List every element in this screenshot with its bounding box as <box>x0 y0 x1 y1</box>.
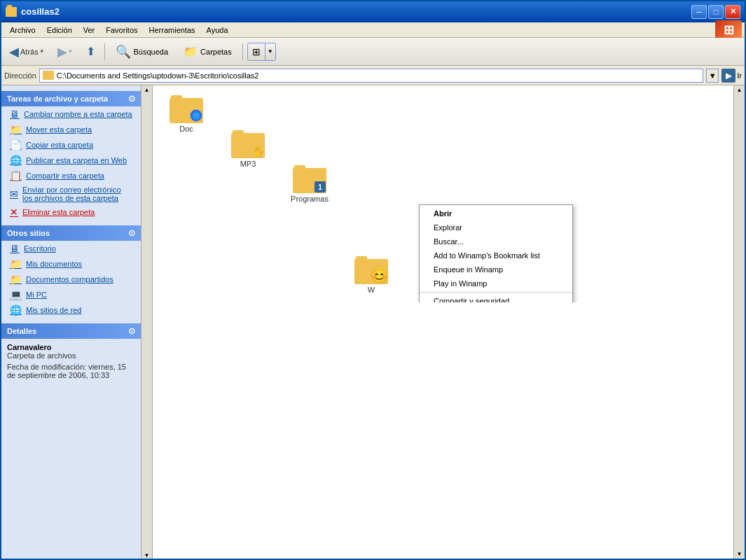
main-content: Tareas de archivo y carpeta ⊙ 🖥 Cambiar … <box>1 85 745 559</box>
address-input[interactable]: C:\Documents and Settings\uptodown-3\Esc… <box>39 69 703 83</box>
toolbar: ◀ Atrás ▼ ▶ ▼ ⬆ 🔍 Búsqueda 📁 Carpetas ⊞ … <box>1 38 745 66</box>
menu-archivo[interactable]: Archivo <box>4 24 41 36</box>
sidebar-mis-sitios[interactable]: 🌐 Mis sitios de red <box>1 302 141 318</box>
desktop-icon: 🖥 <box>10 243 20 254</box>
computer-icon: 💻 <box>10 289 22 300</box>
file-doc-label: Doc <box>179 125 193 133</box>
minimize-button[interactable]: ─ <box>691 5 707 19</box>
menu-favoritos[interactable]: Favoritos <box>100 24 143 36</box>
go-button-label[interactable]: Ir <box>737 71 742 80</box>
sidebar-task-copy-label: Copiar esta carpeta <box>26 141 93 149</box>
folders-label: Carpetas <box>200 48 232 56</box>
sidebar-mis-documentos-label: Mis documentos <box>26 260 82 268</box>
other-header-label: Otros sitios <box>7 229 50 237</box>
email-icon: ✉ <box>10 188 18 200</box>
window-icon <box>6 7 17 17</box>
details-name: Carnavalero <box>7 343 135 351</box>
cm-explorar[interactable]: Explorar <box>420 220 572 234</box>
other-collapse-icon: ⊙ <box>128 228 135 238</box>
sidebar-documentos-compartidos[interactable]: 📁 Documentos compartidos <box>1 272 141 287</box>
view-dropdown-arrow[interactable]: ▼ <box>265 43 275 60</box>
cm-winamp-bookmark[interactable]: Add to Winamp's Bookmark list <box>420 248 572 262</box>
publish-icon: 🌐 <box>10 155 22 166</box>
forward-button[interactable]: ▶ ▼ <box>53 41 78 62</box>
search-button[interactable]: 🔍 Búsqueda <box>109 41 175 62</box>
share-icon: 📋 <box>10 170 22 181</box>
details-type: Carpeta de archivos <box>7 351 135 360</box>
search-icon: 🔍 <box>116 44 131 59</box>
sidebar-task-publish[interactable]: 🌐 Publicar esta carpeta en Web <box>1 153 141 168</box>
sidebar-task-move[interactable]: 📁 Mover esta carpeta <box>1 122 141 137</box>
tasks-header-label: Tareas de archivo y carpeta <box>7 94 108 103</box>
address-folder-icon <box>43 71 54 80</box>
other-section: Otros sitios ⊙ 🖥 Escritorio 📁 Mis docume… <box>1 225 141 318</box>
cm-explorar-label: Explorar <box>434 223 462 232</box>
view-icon: ⊞ <box>248 43 265 60</box>
sidebar-task-publish-label: Publicar esta carpeta en Web <box>26 156 127 164</box>
cm-compartir[interactable]: Compartir y seguridad... <box>420 294 572 302</box>
folders-button[interactable]: 📁 Carpetas <box>177 41 238 62</box>
toolbar-separator-1 <box>104 43 105 60</box>
sidebar-scrollbar[interactable]: ▲ ▼ <box>141 85 153 559</box>
delete-folder-icon: ✕ <box>10 206 18 218</box>
sidebar: Tareas de archivo y carpeta ⊙ 🖥 Cambiar … <box>1 85 141 559</box>
cm-buscar[interactable]: Buscar... <box>420 234 572 248</box>
address-label: Dirección <box>4 71 36 80</box>
address-path: C:\Documents and Settings\uptodown-3\Esc… <box>57 71 259 80</box>
file-item-programas[interactable]: 1 Programas <box>282 161 338 297</box>
network-icon: 🌐 <box>10 304 22 316</box>
documents-icon: 📁 <box>10 258 22 270</box>
file-item-doc[interactable]: 🌐 Doc <box>158 91 214 297</box>
back-label: Atrás <box>20 48 39 56</box>
sidebar-task-rename[interactable]: 🖥 Cambiar nombre a esta carpeta <box>1 106 141 122</box>
menu-ayuda[interactable]: Ayuda <box>201 24 234 36</box>
cm-enqueue-winamp[interactable]: Enqueue in Winamp <box>420 262 572 276</box>
cm-play-winamp[interactable]: Play in Winamp <box>420 276 572 290</box>
menu-ver[interactable]: Ver <box>78 24 101 36</box>
sidebar-mis-documentos[interactable]: 📁 Mis documentos <box>1 256 141 272</box>
file-item-carnavalero[interactable]: 😊 W <box>343 252 399 297</box>
menu-bar: Archivo Edición Ver Favoritos Herramient… <box>1 22 745 38</box>
sidebar-documentos-compartidos-label: Documentos compartidos <box>26 275 113 284</box>
cm-enqueue-winamp-label: Enqueue in Winamp <box>434 265 503 274</box>
folder-programas-icon: 1 <box>293 164 326 193</box>
address-dropdown[interactable]: ▼ <box>706 69 719 83</box>
sidebar-task-copy[interactable]: 📄 Copiar esta carpeta <box>1 137 141 153</box>
context-menu: Abrir Explorar Buscar... Add to Winamp's… <box>419 204 573 302</box>
sidebar-escritorio[interactable]: 🖥 Escritorio <box>1 241 141 256</box>
sidebar-task-move-label: Mover esta carpeta <box>26 125 92 134</box>
sidebar-task-email-label: Enviar por correo electrónico los archiv… <box>22 186 132 202</box>
folder-mp3-icon: ✋ <box>231 129 265 158</box>
details-section: Detalles ⊙ Carnavalero Carpeta de archiv… <box>1 323 141 384</box>
other-header[interactable]: Otros sitios ⊙ <box>1 225 141 241</box>
cm-abrir[interactable]: Abrir <box>420 206 572 220</box>
sidebar-task-delete-label: Eliminar esta carpeta <box>22 208 95 216</box>
windows-logo: ⊞ <box>715 20 742 40</box>
copy-icon: 📄 <box>10 139 22 150</box>
search-label: Búsqueda <box>134 48 169 56</box>
file-item-mp3[interactable]: ✋ MP3 <box>220 126 276 297</box>
view-mode-button[interactable]: ⊞ ▼ <box>247 43 276 61</box>
go-arrow-button[interactable]: ▶ <box>721 69 735 83</box>
menu-edicion[interactable]: Edición <box>41 24 78 36</box>
up-button[interactable]: ⬆ <box>81 41 100 62</box>
close-button[interactable]: ✕ <box>725 5 740 19</box>
tasks-collapse-icon: ⊙ <box>128 94 135 104</box>
details-header[interactable]: Detalles ⊙ <box>1 323 141 339</box>
cm-abrir-label: Abrir <box>434 209 452 218</box>
folder-doc-icon: 🌐 <box>170 94 203 123</box>
right-scrollbar[interactable]: ▲ ▼ <box>733 85 745 559</box>
sidebar-task-email[interactable]: ✉ Enviar por correo electrónico los arch… <box>1 183 141 204</box>
file-carnavalero-label: W <box>368 286 375 294</box>
sidebar-mi-pc[interactable]: 💻 Mi PC <box>1 287 141 302</box>
sidebar-task-share[interactable]: 📋 Compartir esta carpeta <box>1 168 141 183</box>
tasks-section: Tareas de archivo y carpeta ⊙ 🖥 Cambiar … <box>1 91 141 220</box>
file-mp3-label: MP3 <box>240 160 256 168</box>
back-button[interactable]: ◀ Atrás ▼ <box>4 41 50 62</box>
file-programas-label: Programas <box>291 195 329 203</box>
tasks-header[interactable]: Tareas de archivo y carpeta ⊙ <box>1 91 141 106</box>
title-bar: cosillas2 ─ □ ✕ <box>1 1 745 22</box>
menu-herramientas[interactable]: Herramientas <box>144 24 201 36</box>
sidebar-task-delete[interactable]: ✕ Eliminar esta carpeta <box>1 204 141 220</box>
maximize-button[interactable]: □ <box>708 5 724 19</box>
